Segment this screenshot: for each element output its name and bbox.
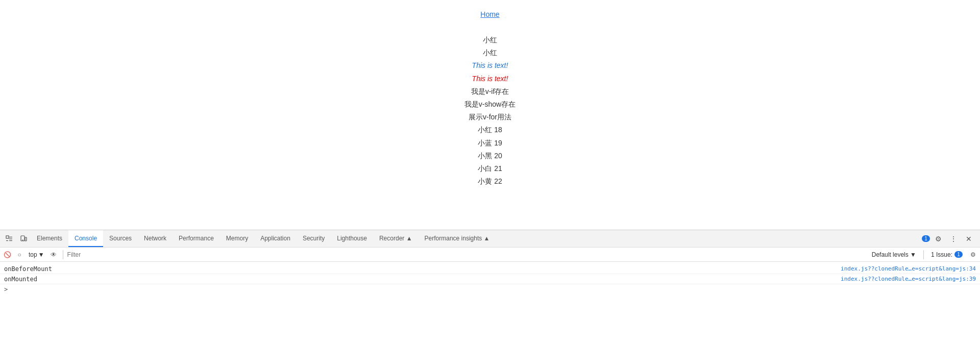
console-log-onmounted: onMounted index.js??clonedRule…e=script&… [0,274,980,284]
filter-input[interactable] [67,250,867,260]
device-toolbar-button[interactable] [16,232,31,246]
log-text-onmounted: onMounted [4,276,841,283]
tab-memory[interactable]: Memory [220,230,254,247]
hide-network-messages-button[interactable]: 👁 [48,250,59,260]
content-item: This is text! [472,72,508,85]
content-item: 我是v-if存在 [471,85,509,98]
tab-lighthouse[interactable]: Lighthouse [331,230,373,247]
console-log-onbeforemount: onBeforeMount index.js??clonedRule…e=scr… [0,264,980,274]
clear-console-button[interactable]: 🚫 [2,250,12,260]
devtools-close-button[interactable]: ✕ [962,232,976,246]
console-toolbar: 🚫 ○ top ▼ 👁 Default levels ▼ 1 Issue: 1 … [0,248,980,262]
console-settings-button[interactable]: ⚙ [968,250,978,260]
main-content: Home 小红小红This is text!This is text!我是v-i… [0,0,980,230]
tab-recorder[interactable]: Recorder ▲ [373,230,419,247]
console-output: onBeforeMount index.js??clonedRule…e=scr… [0,262,980,344]
console-prompt-line[interactable]: > [0,284,980,294]
content-item: 小红 [483,34,497,46]
svg-rect-0 [6,236,9,238]
devtools-more-button[interactable]: ⋮ [946,232,961,246]
content-item: 小红 18 [478,124,502,136]
home-link[interactable]: Home [480,10,499,18]
content-item: 小黄 22 [478,175,502,188]
tab-performance[interactable]: Performance [173,230,220,247]
content-item: 小白 21 [478,162,502,175]
inspect-element-button[interactable] [2,232,16,246]
devtools-tabs: Elements Console Sources Network Perform… [31,230,922,247]
content-item: 我是v-show存在 [464,98,516,111]
devtools-settings-button[interactable]: ⚙ [931,232,945,246]
toolbar-divider-2 [923,250,924,259]
content-item: 小黑 20 [478,150,502,162]
tab-application[interactable]: Application [254,230,297,247]
tab-performance-insights[interactable]: Performance insights ▲ [419,230,496,247]
content-list: 小红小红This is text!This is text!我是v-if存在我是… [464,34,516,188]
log-link-onmounted[interactable]: index.js??clonedRule…e=script&lang=js:39 [841,276,976,282]
log-text-onbeforemount: onBeforeMount [4,265,841,273]
issues-button[interactable]: 1 Issue: 1 [928,250,966,259]
preserve-log-button[interactable]: ○ [14,250,24,260]
tab-console[interactable]: Console [68,230,103,247]
prompt-arrow: > [4,286,8,293]
log-link-onbeforemount[interactable]: index.js??clonedRule…e=script&lang=js:34 [841,265,976,272]
devtools-panel: Elements Console Sources Network Perform… [0,230,980,344]
issues-badge: 1 [954,251,963,258]
devtools-topbar: Elements Console Sources Network Perform… [0,230,980,248]
default-levels-button[interactable]: Default levels ▼ [869,250,919,259]
console-prompt-input[interactable] [10,286,980,293]
toolbar-divider [63,250,63,259]
tab-network[interactable]: Network [138,230,173,247]
content-item: This is text! [472,59,508,72]
tab-elements[interactable]: Elements [31,230,68,247]
tab-security[interactable]: Security [297,230,331,247]
devtools-right-icons: 1 ⚙ ⋮ ✕ [922,232,978,246]
svg-rect-6 [25,237,27,241]
content-item: 展示v-for用法 [469,111,511,124]
devtools-badge: 1 [922,235,930,242]
tab-sources[interactable]: Sources [103,230,138,247]
content-item: 小红 [483,46,497,59]
context-selector[interactable]: top ▼ [27,250,46,259]
content-item: 小蓝 19 [478,137,502,150]
